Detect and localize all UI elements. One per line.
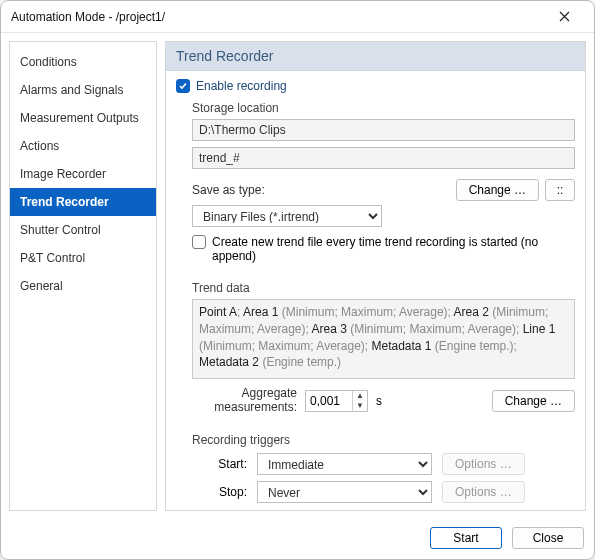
panel-title: Trend Recorder <box>166 42 585 71</box>
close-icon <box>559 11 570 22</box>
trend-data-segment: Area 2 <box>454 305 489 319</box>
save-as-type-label: Save as type: <box>192 183 265 197</box>
trend-data-segment: (Engine temp.); <box>432 339 517 353</box>
aggregate-value-input[interactable] <box>306 391 352 411</box>
sidebar-item-shutter-control[interactable]: Shutter Control <box>10 216 156 244</box>
trend-data-segment: Line 1 <box>523 322 556 336</box>
sidebar-item-trend-recorder[interactable]: Trend Recorder <box>10 188 156 216</box>
trend-data-group: Trend data Point A; Area 1 (Minimum; Max… <box>192 281 575 419</box>
aggregate-label: Aggregate measurements: <box>192 387 297 415</box>
spinner-down-icon[interactable]: ▼ <box>353 401 367 411</box>
storage-legend: Storage location <box>192 101 575 115</box>
sidebar-item-alarms-and-signals[interactable]: Alarms and Signals <box>10 76 156 104</box>
trend-data-change-button[interactable]: Change … <box>492 390 575 412</box>
sidebar-item-general[interactable]: General <box>10 272 156 300</box>
sidebar-item-conditions[interactable]: Conditions <box>10 48 156 76</box>
trend-data-segment: Metadata 1 <box>371 339 431 353</box>
start-trigger-label: Start: <box>192 457 247 471</box>
trend-data-segment: Area 3 <box>312 322 347 336</box>
recording-triggers-legend: Recording triggers <box>192 433 575 447</box>
content-area: ConditionsAlarms and SignalsMeasurement … <box>1 33 594 519</box>
trend-data-segment: Point A <box>199 305 237 319</box>
sidebar-item-image-recorder[interactable]: Image Recorder <box>10 160 156 188</box>
trend-data-segment: Area 1 <box>243 305 278 319</box>
create-new-file-checkbox[interactable] <box>192 235 206 249</box>
trend-data-box: Point A; Area 1 (Minimum; Maximum; Avera… <box>192 299 575 379</box>
start-button[interactable]: Start <box>430 527 502 549</box>
trend-data-segment: (Minimum; Maximum; Average); <box>278 305 453 319</box>
stop-options-button: Options … <box>442 481 525 503</box>
trend-data-segment: (Minimum; Maximum; Average); <box>199 339 371 353</box>
close-window-button[interactable] <box>544 5 584 29</box>
storage-filename-input[interactable] <box>192 147 575 169</box>
spinner-arrows[interactable]: ▲ ▼ <box>352 391 367 411</box>
stop-trigger-label: Stop: <box>192 485 247 499</box>
checkmark-icon <box>178 81 188 91</box>
sidebar-item-p-t-control[interactable]: P&T Control <box>10 244 156 272</box>
start-options-button: Options … <box>442 453 525 475</box>
close-button[interactable]: Close <box>512 527 584 549</box>
storage-folder-input[interactable] <box>192 119 575 141</box>
sidebar: ConditionsAlarms and SignalsMeasurement … <box>9 41 157 511</box>
panel-body: Enable recording Storage location Save a… <box>166 71 585 510</box>
storage-group: Storage location Save as type: Change … … <box>192 101 575 267</box>
enable-recording-checkbox[interactable] <box>176 79 190 93</box>
trend-data-segment: (Minimum; Maximum; Average); <box>347 322 523 336</box>
dialog-footer: Start Close <box>1 519 594 559</box>
recording-triggers-group: Recording triggers Start: Immediate Opti… <box>192 433 575 507</box>
main-panel: Trend Recorder Enable recording Storage … <box>165 41 586 511</box>
titlebar: Automation Mode - /project1/ <box>1 1 594 33</box>
stop-trigger-select[interactable]: Never <box>257 481 432 503</box>
storage-change-button[interactable]: Change … <box>456 179 539 201</box>
spinner-up-icon[interactable]: ▲ <box>353 391 367 401</box>
save-as-type-select[interactable]: Binary Files (*.irtrend) <box>192 205 382 227</box>
storage-browse-button[interactable]: :: <box>545 179 575 201</box>
start-trigger-select[interactable]: Immediate <box>257 453 432 475</box>
window-title: Automation Mode - /project1/ <box>11 10 544 24</box>
aggregate-unit: s <box>376 394 382 408</box>
create-new-file-label: Create new trend file every time trend r… <box>212 235 542 263</box>
aggregate-spinner[interactable]: ▲ ▼ <box>305 390 368 412</box>
trend-data-segment: (Engine temp.) <box>259 355 341 369</box>
trend-data-legend: Trend data <box>192 281 575 295</box>
sidebar-item-measurement-outputs[interactable]: Measurement Outputs <box>10 104 156 132</box>
trend-data-segment: Metadata 2 <box>199 355 259 369</box>
enable-recording-row: Enable recording <box>176 79 575 93</box>
enable-recording-label: Enable recording <box>196 79 287 93</box>
sidebar-item-actions[interactable]: Actions <box>10 132 156 160</box>
